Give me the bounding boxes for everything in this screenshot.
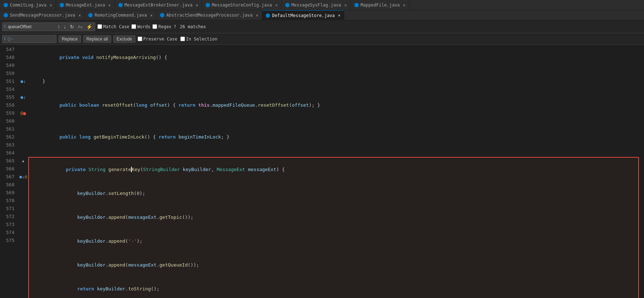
code-line-558: [28, 149, 639, 157]
tab-sendmessageprocessor[interactable]: SendMessageProcessor.java ✕: [0, 10, 85, 20]
line-num-564: 564: [0, 149, 14, 157]
matches-count: 26 matches: [180, 24, 206, 29]
prev-match-button[interactable]: ↑: [56, 24, 61, 30]
line-num-548: 548: [0, 54, 14, 61]
gutter-558: [18, 101, 28, 109]
gutter-561: [18, 125, 28, 133]
match-case-label[interactable]: Match Case: [97, 24, 129, 29]
tab-remotingcommand[interactable]: RemotingCommand.java ✕: [85, 10, 156, 20]
close-tab-messagesysflag[interactable]: ✕: [344, 3, 347, 8]
search-c-icon: C: [4, 24, 7, 29]
code-line-550: [28, 85, 639, 93]
close-tab-sendmessageprocessor[interactable]: ✕: [79, 13, 81, 18]
close-tab-abstractsendmessageprocessor[interactable]: ✕: [256, 13, 258, 18]
gutter-570: [18, 197, 28, 205]
line-num-550: 550: [0, 69, 14, 77]
tab-commitlog[interactable]: CommitLog.java ✕: [0, 0, 56, 10]
breakpoint-559[interactable]: ●: [23, 109, 26, 117]
tab-messagesysflag[interactable]: MessageSysFlag.java ✕: [282, 0, 351, 10]
gutter-573: [18, 221, 28, 229]
line-num-575: 575: [0, 237, 14, 244]
filter-button[interactable]: ⚡: [85, 24, 93, 30]
gutter-572: [18, 213, 28, 221]
gutter-547: [18, 46, 28, 54]
tab-mappedfile[interactable]: MappedFile.java ✕: [351, 0, 409, 10]
line-num-558: 558: [0, 101, 14, 109]
in-selection-checkbox[interactable]: [180, 37, 185, 41]
replace-input[interactable]: [8, 37, 55, 42]
line-num-561: 561: [0, 125, 14, 133]
exclude-button[interactable]: Exclude: [113, 35, 135, 43]
replace-c-icon: C: [4, 37, 7, 41]
replace-button[interactable]: Replace: [59, 35, 81, 43]
java-icon2: [60, 3, 64, 7]
gutter-563: [18, 141, 28, 149]
code-line-548: [28, 69, 639, 77]
tab-messageext[interactable]: MessageExt.java ✕: [56, 0, 115, 10]
line-num-563: 563: [0, 141, 14, 149]
line-num-565: 565: [0, 157, 14, 165]
preserve-case-label[interactable]: Preserve Case: [138, 37, 177, 42]
line-num-568: 568: [0, 181, 14, 189]
line-num-570: 570: [0, 197, 14, 205]
tab-bar-top: CommitLog.java ✕ MessageExt.java ✕ Messa…: [0, 0, 644, 10]
regex-label[interactable]: Regex: [152, 24, 171, 29]
line-num-574: 574: [0, 229, 14, 237]
second-row-options: Preserve Case In Selection: [138, 37, 218, 42]
vertical-scrollbar[interactable]: [639, 45, 644, 298]
in-selection-label[interactable]: In Selection: [180, 37, 218, 42]
line-num-562: 562: [0, 133, 14, 141]
line-num-547: 547: [0, 46, 14, 54]
close-tab-messageextbrokerinner[interactable]: ✕: [196, 3, 198, 8]
java-icon4: [206, 3, 210, 7]
java-icon10: [266, 13, 270, 18]
line-num-560: 560: [0, 117, 14, 125]
tab-bar-second: SendMessageProcessor.java ✕ RemotingComm…: [0, 10, 644, 20]
gutter: ●↓ ●↓ @● ▲ ●↓@: [18, 45, 28, 298]
replace-bar: C Replace Replace all Exclude Preserve C…: [0, 33, 644, 45]
gutter-568: [18, 181, 28, 189]
regex-checkbox[interactable]: [152, 24, 157, 29]
line-num-571: 571: [0, 205, 14, 213]
tab-abstractsendmessageprocessor[interactable]: AbstractSendMessageProcessor.java ✕: [156, 10, 262, 20]
refresh-button[interactable]: ↻: [69, 24, 75, 30]
close-tab-mappedfile[interactable]: ✕: [403, 3, 405, 8]
gutter-554: [18, 85, 28, 93]
code-line-564: return keyBuilder.toString();: [29, 277, 638, 298]
line-num-567: 567: [0, 173, 14, 181]
gutter-571: [18, 205, 28, 213]
code-line-559: private String generateKey(StringBuilder…: [29, 158, 638, 182]
close-tab-messageext[interactable]: ✕: [108, 3, 111, 8]
regex-help-icon[interactable]: ?: [174, 24, 176, 29]
replace-input-wrapper: C: [2, 35, 56, 43]
words-label[interactable]: Words: [131, 24, 150, 29]
line-num-566: 566: [0, 165, 14, 173]
close-tab-remotingcommand[interactable]: ✕: [150, 13, 153, 18]
tab-defaultmessagestore[interactable]: DefaultMessageStore.java ✕: [262, 10, 344, 20]
line-numbers: 547 548 549 550 551 554 555 558 559 560 …: [0, 45, 18, 298]
close-tab-messagestoreconfig[interactable]: ✕: [275, 3, 278, 8]
match-case-checkbox[interactable]: [97, 24, 102, 29]
gutter-550: [18, 69, 28, 77]
toggle-case-button[interactable]: Aa: [77, 24, 84, 29]
replace-all-button[interactable]: Replace all: [83, 35, 111, 43]
gutter-564: [18, 149, 28, 157]
line-num-559: 559: [0, 109, 14, 117]
preserve-case-checkbox[interactable]: [138, 37, 142, 41]
gutter-560: [18, 117, 28, 125]
line-num-554: 554: [0, 85, 14, 93]
code-content: private void notifyMessageArriving() { }…: [28, 45, 639, 298]
close-tab-commitlog[interactable]: ✕: [50, 3, 52, 8]
tab-messageextbrokerinner[interactable]: MessageExtBrokerInner.java ✕: [115, 0, 202, 10]
gutter-559: @●: [18, 109, 28, 117]
tab-messagestoreconfig[interactable]: MessageStoreConfig.java ✕: [202, 0, 282, 10]
code-line-561: keyBuilder.append(messageExt.getTopic())…: [29, 205, 638, 229]
search-input[interactable]: [8, 24, 55, 29]
next-match-button[interactable]: ↓: [63, 24, 67, 30]
close-tab-defaultmessagestore[interactable]: ✕: [338, 13, 341, 18]
words-checkbox[interactable]: [131, 24, 136, 29]
code-line-551: public boolean resetOffset(long offset) …: [28, 93, 639, 117]
gutter-549: [18, 61, 28, 69]
java-icon7: [4, 13, 8, 17]
line-num-555: 555: [0, 93, 14, 101]
